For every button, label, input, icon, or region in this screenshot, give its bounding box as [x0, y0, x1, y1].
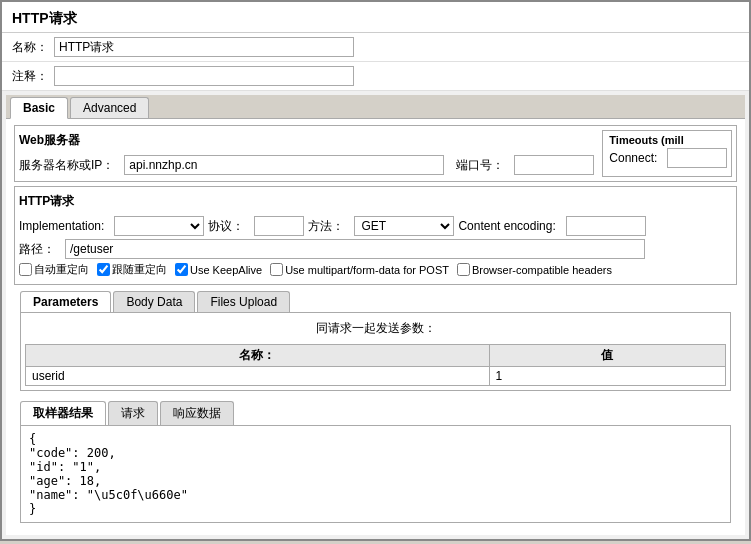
connect-input[interactable]	[667, 148, 727, 168]
protocol-input[interactable]	[254, 216, 304, 236]
tab-response[interactable]: 响应数据	[160, 401, 234, 425]
tab-body-data[interactable]: Body Data	[113, 291, 195, 312]
encoding-label: Content encoding:	[458, 219, 555, 233]
follow-redirect-checkbox[interactable]	[97, 263, 110, 276]
impl-label: Implementation:	[19, 219, 104, 233]
send-with-label: 同请求一起发送参数：	[25, 317, 726, 340]
http-request-title: HTTP请求	[19, 191, 732, 212]
tab-advanced[interactable]: Advanced	[70, 97, 149, 118]
web-server-title: Web服务器	[19, 130, 594, 151]
result-line: "code": 200,	[29, 446, 722, 460]
tab-files-upload[interactable]: Files Upload	[197, 291, 290, 312]
tab-request[interactable]: 请求	[108, 401, 158, 425]
outer-tab-bar: Basic Advanced	[6, 95, 745, 119]
inner-tabs-area: Parameters Body Data Files Upload 同请求一起发…	[20, 291, 731, 391]
result-content: { "code": 200, "id": "1", "age": 18, "na…	[20, 426, 731, 523]
parameters-content: 同请求一起发送参数： 名称： 值 userid1	[20, 313, 731, 391]
comment-input[interactable]	[54, 66, 354, 86]
result-line: "age": 18,	[29, 474, 722, 488]
keep-alive-label: Use KeepAlive	[190, 264, 262, 276]
method-select[interactable]: GET POST PUT DELETE	[354, 216, 454, 236]
multipart-label: Use multipart/form-data for POST	[285, 264, 449, 276]
value-col-header: 值	[489, 345, 726, 367]
server-label: 服务器名称或IP：	[19, 157, 114, 174]
params-table: 名称： 值 userid1	[25, 344, 726, 386]
browser-headers-label: Browser-compatible headers	[472, 264, 612, 276]
name-col-header: 名称：	[26, 345, 490, 367]
dialog-title: HTTP请求	[12, 10, 739, 28]
comment-label: 注释：	[12, 68, 48, 85]
auto-redirect-label: 自动重定向	[34, 262, 89, 277]
path-input[interactable]	[65, 239, 645, 259]
protocol-label: 协议：	[208, 218, 244, 235]
auto-redirect-checkbox[interactable]	[19, 263, 32, 276]
basic-tab-content: Web服务器 服务器名称或IP： 端口号： Timeouts (mill	[6, 119, 745, 535]
path-label: 路径：	[19, 241, 55, 258]
method-label: 方法：	[308, 218, 344, 235]
result-tab-bar: 取样器结果 请求 响应数据	[20, 401, 731, 426]
param-value-cell: 1	[489, 367, 726, 386]
result-tabs-area: 取样器结果 请求 响应数据 { "code": 200, "id": "1", …	[20, 401, 731, 523]
impl-select[interactable]	[114, 216, 204, 236]
name-label: 名称：	[12, 39, 48, 56]
tab-parameters[interactable]: Parameters	[20, 291, 111, 312]
result-line: {	[29, 432, 722, 446]
name-input[interactable]	[54, 37, 354, 57]
result-line: "name": "\u5c0f\u660e"	[29, 488, 722, 502]
browser-headers-checkbox[interactable]	[457, 263, 470, 276]
result-line: }	[29, 502, 722, 516]
result-line: "id": "1",	[29, 460, 722, 474]
keep-alive-checkbox[interactable]	[175, 263, 188, 276]
inner-tab-bar: Parameters Body Data Files Upload	[20, 291, 731, 313]
server-input[interactable]	[124, 155, 444, 175]
param-name-cell: userid	[26, 367, 490, 386]
port-input[interactable]	[514, 155, 594, 175]
tab-basic[interactable]: Basic	[10, 97, 68, 119]
port-label: 端口号：	[456, 157, 504, 174]
tab-sampler[interactable]: 取样器结果	[20, 401, 106, 425]
multipart-checkbox[interactable]	[270, 263, 283, 276]
connect-label: Connect:	[609, 151, 657, 165]
follow-redirect-label: 跟随重定向	[112, 262, 167, 277]
timeouts-title: Timeouts (mill	[609, 134, 725, 146]
encoding-input[interactable]	[566, 216, 646, 236]
table-row: userid1	[26, 367, 726, 386]
